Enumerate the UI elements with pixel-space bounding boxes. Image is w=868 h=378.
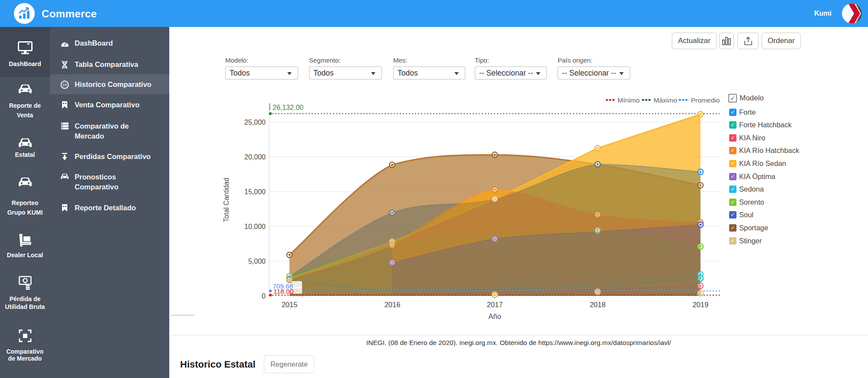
svg-text:25,000: 25,000 [244,119,266,126]
svg-text:26,132.00: 26,132.00 [273,104,303,111]
svg-text:2016: 2016 [385,301,401,308]
svg-text:2017: 2017 [487,301,503,308]
svg-text:0: 0 [262,292,266,300]
svg-text:10,000: 10,000 [244,223,266,230]
svg-text:2018: 2018 [590,301,606,308]
svg-text:Máximo: Máximo [654,96,677,104]
svg-text:5,000: 5,000 [248,258,266,265]
svg-text:Mínimo: Mínimo [618,96,640,104]
svg-text:Total Cantidad: Total Cantidad [223,178,230,222]
svg-text:Año: Año [488,312,501,320]
svg-text:15,000: 15,000 [244,188,266,196]
svg-text:2019: 2019 [693,301,709,308]
svg-text:20,000: 20,000 [244,153,266,161]
svg-text:2015: 2015 [282,301,298,308]
svg-text:Promedio: Promedio [691,96,720,104]
svg-text:118.00: 118.00 [273,288,294,295]
